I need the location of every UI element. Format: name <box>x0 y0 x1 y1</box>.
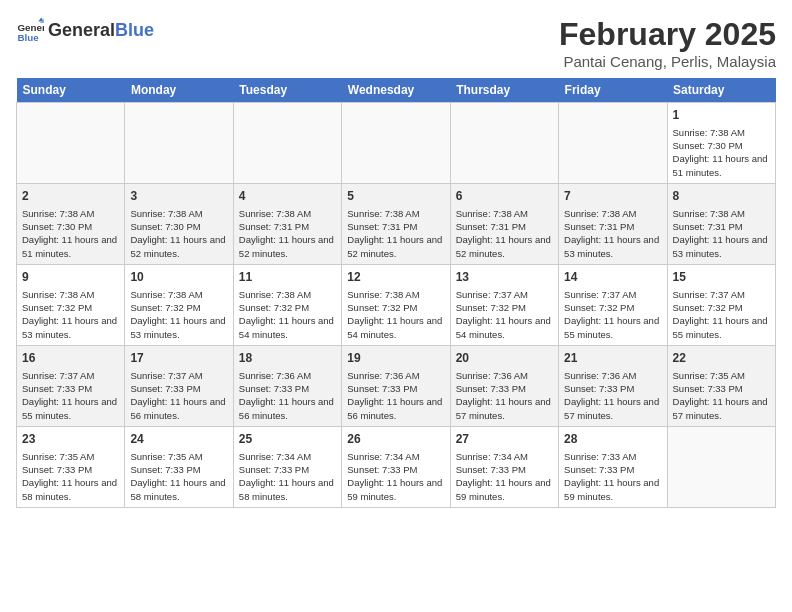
day-number: 12 <box>347 269 444 286</box>
calendar-cell: 15Sunrise: 7:37 AMSunset: 7:32 PMDayligh… <box>667 264 775 345</box>
day-number: 9 <box>22 269 119 286</box>
weekday-header-monday: Monday <box>125 78 233 103</box>
day-number: 14 <box>564 269 661 286</box>
day-info: Sunrise: 7:38 AMSunset: 7:31 PMDaylight:… <box>239 207 336 260</box>
svg-text:Blue: Blue <box>17 32 39 43</box>
weekday-header-sunday: Sunday <box>17 78 125 103</box>
day-number: 18 <box>239 350 336 367</box>
day-info: Sunrise: 7:35 AMSunset: 7:33 PMDaylight:… <box>673 369 770 422</box>
calendar-cell: 9Sunrise: 7:38 AMSunset: 7:32 PMDaylight… <box>17 264 125 345</box>
day-info: Sunrise: 7:38 AMSunset: 7:30 PMDaylight:… <box>22 207 119 260</box>
day-info: Sunrise: 7:36 AMSunset: 7:33 PMDaylight:… <box>239 369 336 422</box>
day-number: 19 <box>347 350 444 367</box>
day-info: Sunrise: 7:38 AMSunset: 7:31 PMDaylight:… <box>564 207 661 260</box>
day-info: Sunrise: 7:34 AMSunset: 7:33 PMDaylight:… <box>239 450 336 503</box>
day-number: 27 <box>456 431 553 448</box>
week-row-1: 1Sunrise: 7:38 AMSunset: 7:30 PMDaylight… <box>17 103 776 184</box>
day-number: 4 <box>239 188 336 205</box>
calendar-cell: 17Sunrise: 7:37 AMSunset: 7:33 PMDayligh… <box>125 345 233 426</box>
calendar-cell: 23Sunrise: 7:35 AMSunset: 7:33 PMDayligh… <box>17 426 125 507</box>
calendar-cell: 24Sunrise: 7:35 AMSunset: 7:33 PMDayligh… <box>125 426 233 507</box>
day-number: 6 <box>456 188 553 205</box>
day-info: Sunrise: 7:38 AMSunset: 7:32 PMDaylight:… <box>347 288 444 341</box>
day-info: Sunrise: 7:37 AMSunset: 7:33 PMDaylight:… <box>22 369 119 422</box>
calendar-cell: 2Sunrise: 7:38 AMSunset: 7:30 PMDaylight… <box>17 183 125 264</box>
day-number: 23 <box>22 431 119 448</box>
calendar-cell: 6Sunrise: 7:38 AMSunset: 7:31 PMDaylight… <box>450 183 558 264</box>
calendar-cell <box>17 103 125 184</box>
day-info: Sunrise: 7:36 AMSunset: 7:33 PMDaylight:… <box>456 369 553 422</box>
day-info: Sunrise: 7:38 AMSunset: 7:32 PMDaylight:… <box>22 288 119 341</box>
title-area: February 2025 Pantai Cenang, Perlis, Mal… <box>559 16 776 70</box>
day-number: 11 <box>239 269 336 286</box>
calendar-cell <box>342 103 450 184</box>
calendar-cell <box>667 426 775 507</box>
logo-general-text: General <box>48 20 115 41</box>
calendar-cell: 3Sunrise: 7:38 AMSunset: 7:30 PMDaylight… <box>125 183 233 264</box>
calendar-cell: 25Sunrise: 7:34 AMSunset: 7:33 PMDayligh… <box>233 426 341 507</box>
day-info: Sunrise: 7:38 AMSunset: 7:31 PMDaylight:… <box>456 207 553 260</box>
calendar-cell: 18Sunrise: 7:36 AMSunset: 7:33 PMDayligh… <box>233 345 341 426</box>
calendar-table: SundayMondayTuesdayWednesdayThursdayFrid… <box>16 78 776 508</box>
day-info: Sunrise: 7:38 AMSunset: 7:32 PMDaylight:… <box>239 288 336 341</box>
calendar-cell: 7Sunrise: 7:38 AMSunset: 7:31 PMDaylight… <box>559 183 667 264</box>
day-info: Sunrise: 7:38 AMSunset: 7:32 PMDaylight:… <box>130 288 227 341</box>
day-info: Sunrise: 7:37 AMSunset: 7:32 PMDaylight:… <box>673 288 770 341</box>
day-number: 21 <box>564 350 661 367</box>
calendar-cell: 13Sunrise: 7:37 AMSunset: 7:32 PMDayligh… <box>450 264 558 345</box>
calendar-cell: 22Sunrise: 7:35 AMSunset: 7:33 PMDayligh… <box>667 345 775 426</box>
day-info: Sunrise: 7:38 AMSunset: 7:31 PMDaylight:… <box>673 207 770 260</box>
day-info: Sunrise: 7:34 AMSunset: 7:33 PMDaylight:… <box>456 450 553 503</box>
weekday-header-tuesday: Tuesday <box>233 78 341 103</box>
day-number: 22 <box>673 350 770 367</box>
logo: General Blue GeneralBlue <box>16 16 154 44</box>
day-number: 25 <box>239 431 336 448</box>
day-number: 7 <box>564 188 661 205</box>
calendar-cell: 28Sunrise: 7:33 AMSunset: 7:33 PMDayligh… <box>559 426 667 507</box>
day-number: 28 <box>564 431 661 448</box>
calendar-cell: 10Sunrise: 7:38 AMSunset: 7:32 PMDayligh… <box>125 264 233 345</box>
day-number: 13 <box>456 269 553 286</box>
calendar-cell <box>559 103 667 184</box>
day-info: Sunrise: 7:38 AMSunset: 7:30 PMDaylight:… <box>673 126 770 179</box>
day-number: 15 <box>673 269 770 286</box>
day-info: Sunrise: 7:35 AMSunset: 7:33 PMDaylight:… <box>22 450 119 503</box>
weekday-header-saturday: Saturday <box>667 78 775 103</box>
calendar-cell: 26Sunrise: 7:34 AMSunset: 7:33 PMDayligh… <box>342 426 450 507</box>
day-number: 3 <box>130 188 227 205</box>
day-info: Sunrise: 7:36 AMSunset: 7:33 PMDaylight:… <box>564 369 661 422</box>
page-header: General Blue GeneralBlue February 2025 P… <box>16 16 776 70</box>
day-number: 26 <box>347 431 444 448</box>
calendar-cell: 21Sunrise: 7:36 AMSunset: 7:33 PMDayligh… <box>559 345 667 426</box>
calendar-cell: 19Sunrise: 7:36 AMSunset: 7:33 PMDayligh… <box>342 345 450 426</box>
calendar-cell: 12Sunrise: 7:38 AMSunset: 7:32 PMDayligh… <box>342 264 450 345</box>
day-info: Sunrise: 7:34 AMSunset: 7:33 PMDaylight:… <box>347 450 444 503</box>
calendar-cell: 1Sunrise: 7:38 AMSunset: 7:30 PMDaylight… <box>667 103 775 184</box>
day-number: 24 <box>130 431 227 448</box>
calendar-cell <box>233 103 341 184</box>
calendar-title: February 2025 <box>559 16 776 53</box>
day-number: 20 <box>456 350 553 367</box>
calendar-cell: 5Sunrise: 7:38 AMSunset: 7:31 PMDaylight… <box>342 183 450 264</box>
day-info: Sunrise: 7:33 AMSunset: 7:33 PMDaylight:… <box>564 450 661 503</box>
day-number: 2 <box>22 188 119 205</box>
calendar-cell: 4Sunrise: 7:38 AMSunset: 7:31 PMDaylight… <box>233 183 341 264</box>
weekday-header-wednesday: Wednesday <box>342 78 450 103</box>
day-info: Sunrise: 7:35 AMSunset: 7:33 PMDaylight:… <box>130 450 227 503</box>
day-info: Sunrise: 7:36 AMSunset: 7:33 PMDaylight:… <box>347 369 444 422</box>
week-row-4: 16Sunrise: 7:37 AMSunset: 7:33 PMDayligh… <box>17 345 776 426</box>
calendar-cell <box>450 103 558 184</box>
week-row-2: 2Sunrise: 7:38 AMSunset: 7:30 PMDaylight… <box>17 183 776 264</box>
day-number: 5 <box>347 188 444 205</box>
day-number: 10 <box>130 269 227 286</box>
calendar-cell: 14Sunrise: 7:37 AMSunset: 7:32 PMDayligh… <box>559 264 667 345</box>
day-number: 16 <box>22 350 119 367</box>
day-info: Sunrise: 7:38 AMSunset: 7:30 PMDaylight:… <box>130 207 227 260</box>
logo-blue-text: Blue <box>115 20 154 41</box>
weekday-header-row: SundayMondayTuesdayWednesdayThursdayFrid… <box>17 78 776 103</box>
day-info: Sunrise: 7:37 AMSunset: 7:33 PMDaylight:… <box>130 369 227 422</box>
day-info: Sunrise: 7:38 AMSunset: 7:31 PMDaylight:… <box>347 207 444 260</box>
calendar-cell: 27Sunrise: 7:34 AMSunset: 7:33 PMDayligh… <box>450 426 558 507</box>
calendar-subtitle: Pantai Cenang, Perlis, Malaysia <box>559 53 776 70</box>
day-number: 1 <box>673 107 770 124</box>
